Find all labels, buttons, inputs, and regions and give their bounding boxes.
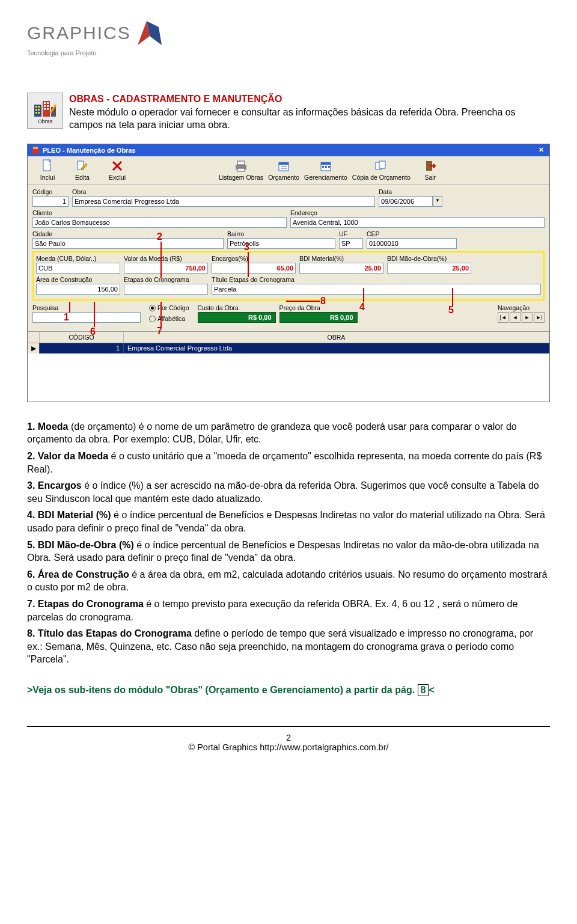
- svg-rect-7: [35, 112, 37, 114]
- fld-bdi-mo[interactable]: [387, 263, 471, 274]
- toolbar-listagem[interactable]: Listagem Obras: [219, 159, 263, 181]
- lbl-bdi-mo: BDI Mão-de-Obra(%): [387, 255, 471, 262]
- logo-tagline: Tecnologia para Projeto: [27, 49, 550, 57]
- toolbar-orcamento[interactable]: Orçamento: [268, 159, 299, 181]
- edit-icon: [76, 159, 89, 173]
- toolbar-inclui[interactable]: Inclui: [32, 159, 63, 181]
- desc-2: 2. Valor da Moeda é o custo unitário que…: [27, 450, 550, 476]
- lbl-cidade: Cidade: [32, 230, 224, 237]
- fld-etapas[interactable]: [124, 284, 208, 295]
- fld-cep[interactable]: [367, 238, 457, 249]
- toolbar-copia[interactable]: Cópia de Orçamento: [352, 159, 411, 181]
- page-ref-box: 8: [418, 684, 429, 696]
- svg-rect-30: [322, 166, 324, 168]
- obras-module-icon[interactable]: Obras: [27, 93, 63, 129]
- highlight-box: Moeda (CUB, Dólar..) Valor da Moeda (R$)…: [32, 251, 545, 301]
- fld-area[interactable]: [36, 284, 120, 295]
- svg-rect-25: [279, 162, 288, 165]
- svg-rect-29: [321, 162, 331, 165]
- svg-rect-23: [237, 168, 245, 171]
- print-icon: [234, 159, 248, 173]
- lbl-pesquisa: Pesquisa: [32, 304, 141, 311]
- fld-valor-moeda[interactable]: [124, 263, 208, 274]
- lbl-etapas: Etapas do Cronograma: [124, 276, 208, 283]
- radio-dot-icon: [149, 316, 156, 322]
- copy-icon: [374, 159, 388, 173]
- fld-uf[interactable]: [339, 238, 363, 249]
- close-icon[interactable]: ✕: [537, 146, 546, 154]
- fld-cidade[interactable]: [32, 238, 224, 249]
- nav-next-icon[interactable]: ►: [522, 312, 533, 323]
- svg-rect-15: [47, 108, 49, 110]
- lbl-encargos: Encargos(%): [212, 255, 296, 262]
- custo-value: R$ 0,00: [198, 312, 276, 323]
- svg-rect-11: [47, 102, 49, 104]
- titlebar: PLEO - Manutenção de Obras ✕: [28, 144, 549, 156]
- sub-link: >Veja os sub-itens do módulo "Obras" (Or…: [27, 684, 550, 696]
- svg-rect-10: [44, 102, 46, 104]
- nav-prev-icon[interactable]: ◄: [510, 312, 521, 323]
- fld-codigo[interactable]: [32, 196, 69, 207]
- preco-value: R$ 0,00: [279, 312, 358, 323]
- lbl-preco: Preço da Obra: [279, 304, 358, 311]
- fld-pesquisa[interactable]: [32, 312, 141, 323]
- footer-copyright: © Portal Graphics http://www.portalgraph…: [27, 742, 550, 752]
- svg-rect-13: [47, 105, 49, 107]
- toolbar-exclui[interactable]: Exclui: [102, 159, 132, 181]
- section-title: OBRAS - CADASTRAMENTO E MANUTENÇÃO: [69, 94, 282, 104]
- fld-bairro[interactable]: [227, 238, 335, 249]
- svg-rect-9: [43, 101, 50, 117]
- lbl-nav: Navegação: [498, 304, 545, 311]
- fld-bdi-mat[interactable]: [299, 263, 383, 274]
- window-title: PLEO - Manutenção de Obras: [43, 147, 136, 154]
- fld-titulo-etapas[interactable]: [212, 284, 541, 295]
- svg-rect-14: [44, 108, 46, 110]
- fld-endereco[interactable]: [290, 217, 545, 228]
- lbl-cep: CEP: [367, 230, 457, 237]
- toolbar-gerenciamento[interactable]: Gerenciamento: [304, 159, 347, 181]
- fld-encargos[interactable]: [212, 263, 296, 274]
- table-row[interactable]: ▶ 1 Empresa Comercial Progresso Ltda: [28, 343, 549, 353]
- footer-rule: [27, 726, 550, 727]
- page-number: 2: [27, 733, 550, 742]
- lbl-obra: Obra: [72, 188, 375, 195]
- radio-group-sort: Por Código Alfabética: [149, 304, 189, 322]
- section-header: Obras OBRAS - CADASTRAMENTO E MANUTENÇÃO…: [27, 93, 550, 132]
- svg-rect-5: [35, 109, 37, 111]
- grid-cell-codigo: 1: [40, 343, 124, 353]
- footer: 2 © Portal Graphics http://www.portalgra…: [27, 733, 550, 752]
- desc-7: 7. Etapas do Cronograma é o tempo previs…: [27, 598, 550, 623]
- logo-mark-icon: [135, 18, 165, 48]
- obras-grid: CÓDIGO OBRA ▶ 1 Empresa Comercial Progre…: [28, 331, 549, 402]
- logo-text: GRAPHICS: [27, 23, 131, 43]
- nav-first-icon[interactable]: |◄: [498, 312, 508, 323]
- lbl-valor-moeda: Valor da Moeda (R$): [124, 255, 208, 262]
- lbl-codigo: Código: [32, 188, 69, 195]
- toolbar-edita[interactable]: Edita: [67, 159, 97, 181]
- lbl-uf: UF: [339, 230, 363, 237]
- radio-alfabetica[interactable]: Alfabética: [149, 315, 189, 322]
- lbl-titulo-etapas: Título Etapas do Cronograma: [212, 276, 541, 283]
- lbl-cliente: Cliente: [32, 209, 287, 216]
- fld-data[interactable]: [379, 196, 433, 207]
- fld-moeda[interactable]: [36, 263, 120, 274]
- svg-rect-32: [328, 166, 330, 168]
- fld-obra[interactable]: [72, 196, 375, 207]
- toolbar-sair[interactable]: Sair: [415, 159, 445, 181]
- desc-8: 8. Título das Etapas do Cronograma defin…: [27, 627, 550, 666]
- svg-rect-8: [38, 112, 40, 114]
- lbl-bairro: Bairro: [227, 230, 335, 237]
- date-dropdown-icon[interactable]: ▼: [433, 196, 442, 207]
- lbl-endereco: Endereço: [290, 209, 545, 216]
- radio-por-codigo[interactable]: Por Código: [149, 304, 189, 311]
- svg-rect-4: [38, 106, 40, 108]
- lbl-bdi-mat: BDI Material(%): [299, 255, 383, 262]
- desc-3: 3. Encargos é o índice (%) a ser acresci…: [27, 479, 550, 505]
- lbl-area: Área de Construção: [36, 276, 120, 283]
- calendar2-icon: [319, 159, 332, 173]
- svg-rect-22: [237, 161, 245, 165]
- nav-last-icon[interactable]: ►|: [534, 312, 545, 323]
- fld-cliente[interactable]: [32, 217, 287, 228]
- svg-rect-31: [325, 166, 327, 168]
- desc-1: 1. Moeda (de orçamento) é o nome de um p…: [27, 420, 550, 446]
